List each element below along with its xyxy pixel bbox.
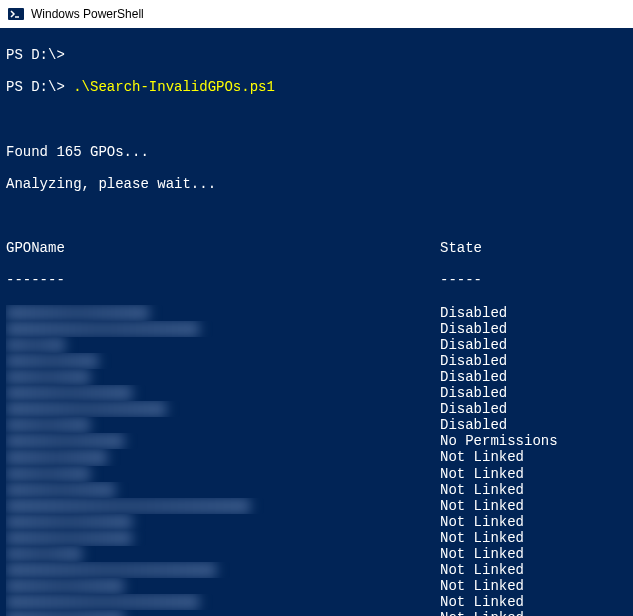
header-name: GPOName [6,240,440,256]
gpo-name-cell: xxxxxxxxxx xxxx xxxxxxx [6,321,440,337]
divider-name: ------- [6,272,440,288]
gpo-state-cell: Not Linked [440,482,524,498]
output-line: Analyzing, please wait... [6,176,627,192]
prompt-text: PS D:\> [6,79,65,95]
header-state: State [440,240,482,256]
table-row: xxxx xxxxxDisabled [6,417,627,433]
redacted-text: xxx xxxxxxxxx xxxx xxx xxxxxx [6,498,250,514]
gpo-state-cell: Disabled [440,369,507,385]
table-row: xxxxxxxxxx xxxx xxxxxxxDisabled [6,321,627,337]
gpo-state-cell: Disabled [440,417,507,433]
powershell-icon [8,6,24,22]
redacted-text: xx xxxx [6,337,65,353]
gpo-state-cell: Not Linked [440,466,524,482]
redacted-text: xxxxxxxxxx xxxx xxxxxxx [6,321,199,337]
gpo-state-cell: Disabled [440,337,507,353]
gpo-state-cell: Not Linked [440,514,524,530]
gpo-name-cell: xxxxx xxx xxxxxxxxx [6,401,440,417]
table-row: xxx xxxxx xxxxNot Linked [6,610,627,616]
table-row: xxx xxxxxxxDisabled [6,353,627,369]
table-row: xxxxxxxxx xxxxxDisabled [6,385,627,401]
redacted-text: xxxxxx xxxxx xxxx [6,305,149,321]
command-text: .\Search-InvalidGPOs.ps1 [73,79,275,95]
command-line: PS D:\> .\Search-InvalidGPOs.ps1 [6,79,627,95]
table-row: xxxxxx xxxxx xxxxDisabled [6,305,627,321]
terminal-area[interactable]: PS D:\> PS D:\> .\Search-InvalidGPOs.ps1… [0,28,633,616]
table-row: xxx xxxx xxxxxxxxx xxxxNot Linked [6,594,627,610]
gpo-state-cell: Not Linked [440,562,524,578]
gpo-name-cell: xx xxxx [6,337,440,353]
gpo-state-cell: Disabled [440,305,507,321]
gpo-name-cell: xx xxxxx xxxxx xxxxx xxxx [6,562,440,578]
table-row: xx xxxxxxxNot Linked [6,466,627,482]
redacted-text: xxxxx xxx xxxx [6,578,124,594]
gpo-state-cell: Disabled [440,353,507,369]
prompt-text: PS D:\> [6,47,65,63]
table-row: xxx xxxxx xxxxxNot Linked [6,514,627,530]
redacted-text: xxxxxxxxx xxxxx [6,385,132,401]
table-header-row: GPONameState [6,240,627,256]
redacted-text: xxxxxxxxxxxx [6,449,107,465]
gpo-state-cell: Not Linked [440,498,524,514]
table-row: xxxxx xxx xxxxNot Linked [6,578,627,594]
gpo-name-cell: xxx xxxxx [6,546,440,562]
gpo-state-cell: No Permissions [440,433,558,449]
gpo-name-cell: xxx xxxxxxx [6,353,440,369]
table-row: xxx xxxxxxxxx xxxx xxx xxxxxxNot Linked [6,498,627,514]
gpo-name-cell: xxx xxxx xxxxxx [6,530,440,546]
table-row: xxxx xxxxxDisabled [6,369,627,385]
gpo-state-cell: Disabled [440,401,507,417]
gpo-name-cell: xxx xxxxx xxxx [6,610,440,616]
table-row: xxxxxxxxx xxxxNo Permissions [6,433,627,449]
gpo-name-cell: xxx xxxx xxxxxxxxx xxxx [6,594,440,610]
redacted-text: xxxx xxxxx [6,369,90,385]
gpo-state-cell: Not Linked [440,530,524,546]
gpo-state-cell: Not Linked [440,594,524,610]
gpo-name-cell: xxxxxxxxx xxxx [6,433,440,449]
redacted-text: xx xxxxxxx [6,466,90,482]
table-row: xx xxxxx xxxxx xxxxx xxxxNot Linked [6,562,627,578]
gpo-name-cell: xxxxxx xxxxx xxxx [6,305,440,321]
window-titlebar[interactable]: Windows PowerShell [0,0,633,28]
output-line: Found 165 GPOs... [6,144,627,160]
redacted-text: xx xxx xxxxxx [6,482,115,498]
gpo-state-cell: Not Linked [440,610,524,616]
redacted-text: xxx xxxxxxx [6,353,98,369]
gpo-name-cell: xxxx xxxxx [6,417,440,433]
redacted-text: xxx xxxx xxxxxx [6,530,132,546]
table-row: xxxxxxxxxxxxNot Linked [6,449,627,465]
gpo-state-cell: Disabled [440,321,507,337]
table-row: xxx xxxxxNot Linked [6,546,627,562]
window-title: Windows PowerShell [31,7,144,21]
gpo-state-cell: Disabled [440,385,507,401]
redacted-text: xxx xxxxx xxxx [6,610,124,616]
blank-line [6,208,627,224]
table-divider-row: ------------ [6,272,627,288]
gpo-state-cell: Not Linked [440,546,524,562]
gpo-name-cell: xx xxxxxxx [6,466,440,482]
redacted-text: xxxx xxxxx [6,417,90,433]
redacted-text: xxxxxxxxx xxxx [6,433,124,449]
gpo-name-cell: xxx xxxxx xxxxx [6,514,440,530]
prompt-line: PS D:\> [6,47,627,63]
svg-rect-0 [8,8,24,20]
gpo-state-cell: Not Linked [440,449,524,465]
redacted-text: xxxxx xxx xxxxxxxxx [6,401,166,417]
table-row: xx xxx xxxxxxNot Linked [6,482,627,498]
gpo-name-cell: xxxxx xxx xxxx [6,578,440,594]
table-row: xxx xxxx xxxxxxNot Linked [6,530,627,546]
gpo-name-cell: xxxxxxxxx xxxxx [6,385,440,401]
redacted-text: xx xxxxx xxxxx xxxxx xxxx [6,562,216,578]
gpo-name-cell: xxxx xxxxx [6,369,440,385]
table-row: xx xxxxDisabled [6,337,627,353]
gpo-name-cell: xxx xxxxxxxxx xxxx xxx xxxxxx [6,498,440,514]
redacted-text: xxx xxxx xxxxxxxxx xxxx [6,594,199,610]
divider-state: ----- [440,272,482,288]
gpo-name-cell: xxxxxxxxxxxx [6,449,440,465]
gpo-name-cell: xx xxx xxxxxx [6,482,440,498]
table-row: xxxxx xxx xxxxxxxxxDisabled [6,401,627,417]
gpo-state-cell: Not Linked [440,578,524,594]
blank-line [6,111,627,127]
redacted-text: xxx xxxxx xxxxx [6,514,132,530]
redacted-text: xxx xxxxx [6,546,82,562]
